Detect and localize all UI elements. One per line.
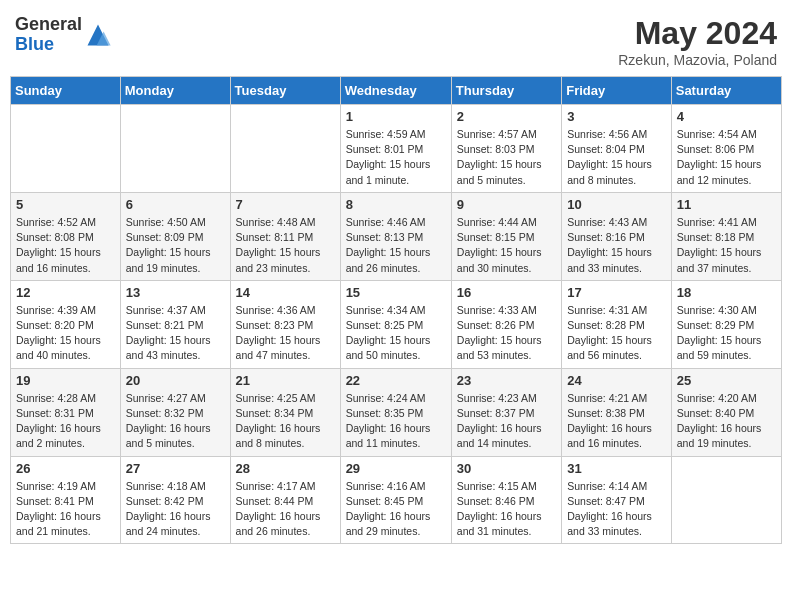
day-info: Sunrise: 4:27 AM Sunset: 8:32 PM Dayligh… <box>126 391 225 452</box>
calendar-table: SundayMondayTuesdayWednesdayThursdayFrid… <box>10 76 782 544</box>
day-number: 4 <box>677 109 776 124</box>
day-number: 29 <box>346 461 446 476</box>
day-info: Sunrise: 4:43 AM Sunset: 8:16 PM Dayligh… <box>567 215 666 276</box>
calendar-cell: 25Sunrise: 4:20 AM Sunset: 8:40 PM Dayli… <box>671 368 781 456</box>
day-number: 17 <box>567 285 666 300</box>
weekday-header-saturday: Saturday <box>671 77 781 105</box>
calendar-cell: 10Sunrise: 4:43 AM Sunset: 8:16 PM Dayli… <box>562 192 672 280</box>
weekday-header-thursday: Thursday <box>451 77 561 105</box>
logo-general-text: General <box>15 14 82 34</box>
day-info: Sunrise: 4:16 AM Sunset: 8:45 PM Dayligh… <box>346 479 446 540</box>
day-info: Sunrise: 4:46 AM Sunset: 8:13 PM Dayligh… <box>346 215 446 276</box>
main-title: May 2024 <box>618 15 777 52</box>
calendar-cell: 29Sunrise: 4:16 AM Sunset: 8:45 PM Dayli… <box>340 456 451 544</box>
page-header: General Blue May 2024 Rzekun, Mazovia, P… <box>10 10 782 68</box>
calendar-cell: 17Sunrise: 4:31 AM Sunset: 8:28 PM Dayli… <box>562 280 672 368</box>
day-number: 8 <box>346 197 446 212</box>
day-number: 30 <box>457 461 556 476</box>
calendar-cell: 21Sunrise: 4:25 AM Sunset: 8:34 PM Dayli… <box>230 368 340 456</box>
day-info: Sunrise: 4:14 AM Sunset: 8:47 PM Dayligh… <box>567 479 666 540</box>
day-info: Sunrise: 4:41 AM Sunset: 8:18 PM Dayligh… <box>677 215 776 276</box>
day-info: Sunrise: 4:54 AM Sunset: 8:06 PM Dayligh… <box>677 127 776 188</box>
weekday-header-tuesday: Tuesday <box>230 77 340 105</box>
day-number: 7 <box>236 197 335 212</box>
day-info: Sunrise: 4:19 AM Sunset: 8:41 PM Dayligh… <box>16 479 115 540</box>
calendar-cell: 1Sunrise: 4:59 AM Sunset: 8:01 PM Daylig… <box>340 105 451 193</box>
day-info: Sunrise: 4:52 AM Sunset: 8:08 PM Dayligh… <box>16 215 115 276</box>
calendar-cell: 9Sunrise: 4:44 AM Sunset: 8:15 PM Daylig… <box>451 192 561 280</box>
day-info: Sunrise: 4:15 AM Sunset: 8:46 PM Dayligh… <box>457 479 556 540</box>
calendar-cell <box>230 105 340 193</box>
calendar-cell: 30Sunrise: 4:15 AM Sunset: 8:46 PM Dayli… <box>451 456 561 544</box>
day-number: 10 <box>567 197 666 212</box>
day-number: 18 <box>677 285 776 300</box>
day-number: 2 <box>457 109 556 124</box>
calendar-cell: 11Sunrise: 4:41 AM Sunset: 8:18 PM Dayli… <box>671 192 781 280</box>
day-info: Sunrise: 4:24 AM Sunset: 8:35 PM Dayligh… <box>346 391 446 452</box>
calendar-cell: 5Sunrise: 4:52 AM Sunset: 8:08 PM Daylig… <box>11 192 121 280</box>
day-number: 12 <box>16 285 115 300</box>
calendar-week-row: 19Sunrise: 4:28 AM Sunset: 8:31 PM Dayli… <box>11 368 782 456</box>
day-info: Sunrise: 4:31 AM Sunset: 8:28 PM Dayligh… <box>567 303 666 364</box>
day-number: 25 <box>677 373 776 388</box>
day-number: 13 <box>126 285 225 300</box>
day-number: 1 <box>346 109 446 124</box>
calendar-cell: 19Sunrise: 4:28 AM Sunset: 8:31 PM Dayli… <box>11 368 121 456</box>
calendar-cell: 2Sunrise: 4:57 AM Sunset: 8:03 PM Daylig… <box>451 105 561 193</box>
calendar-week-row: 26Sunrise: 4:19 AM Sunset: 8:41 PM Dayli… <box>11 456 782 544</box>
calendar-cell <box>120 105 230 193</box>
day-number: 23 <box>457 373 556 388</box>
day-number: 5 <box>16 197 115 212</box>
weekday-header-wednesday: Wednesday <box>340 77 451 105</box>
calendar-cell: 12Sunrise: 4:39 AM Sunset: 8:20 PM Dayli… <box>11 280 121 368</box>
day-number: 26 <box>16 461 115 476</box>
calendar-cell: 8Sunrise: 4:46 AM Sunset: 8:13 PM Daylig… <box>340 192 451 280</box>
day-info: Sunrise: 4:36 AM Sunset: 8:23 PM Dayligh… <box>236 303 335 364</box>
day-number: 21 <box>236 373 335 388</box>
calendar-cell: 13Sunrise: 4:37 AM Sunset: 8:21 PM Dayli… <box>120 280 230 368</box>
day-number: 9 <box>457 197 556 212</box>
day-info: Sunrise: 4:50 AM Sunset: 8:09 PM Dayligh… <box>126 215 225 276</box>
day-info: Sunrise: 4:18 AM Sunset: 8:42 PM Dayligh… <box>126 479 225 540</box>
day-number: 28 <box>236 461 335 476</box>
day-info: Sunrise: 4:44 AM Sunset: 8:15 PM Dayligh… <box>457 215 556 276</box>
logo-blue-text: Blue <box>15 34 54 54</box>
title-block: May 2024 Rzekun, Mazovia, Poland <box>618 15 777 68</box>
calendar-cell: 28Sunrise: 4:17 AM Sunset: 8:44 PM Dayli… <box>230 456 340 544</box>
calendar-cell: 3Sunrise: 4:56 AM Sunset: 8:04 PM Daylig… <box>562 105 672 193</box>
day-number: 16 <box>457 285 556 300</box>
calendar-cell: 22Sunrise: 4:24 AM Sunset: 8:35 PM Dayli… <box>340 368 451 456</box>
day-number: 19 <box>16 373 115 388</box>
day-number: 24 <box>567 373 666 388</box>
calendar-week-row: 12Sunrise: 4:39 AM Sunset: 8:20 PM Dayli… <box>11 280 782 368</box>
day-info: Sunrise: 4:56 AM Sunset: 8:04 PM Dayligh… <box>567 127 666 188</box>
day-info: Sunrise: 4:39 AM Sunset: 8:20 PM Dayligh… <box>16 303 115 364</box>
day-info: Sunrise: 4:34 AM Sunset: 8:25 PM Dayligh… <box>346 303 446 364</box>
day-info: Sunrise: 4:37 AM Sunset: 8:21 PM Dayligh… <box>126 303 225 364</box>
day-number: 14 <box>236 285 335 300</box>
day-info: Sunrise: 4:30 AM Sunset: 8:29 PM Dayligh… <box>677 303 776 364</box>
day-info: Sunrise: 4:25 AM Sunset: 8:34 PM Dayligh… <box>236 391 335 452</box>
logo: General Blue <box>15 15 112 55</box>
calendar-week-row: 1Sunrise: 4:59 AM Sunset: 8:01 PM Daylig… <box>11 105 782 193</box>
calendar-cell: 24Sunrise: 4:21 AM Sunset: 8:38 PM Dayli… <box>562 368 672 456</box>
weekday-header-sunday: Sunday <box>11 77 121 105</box>
day-number: 22 <box>346 373 446 388</box>
calendar-cell: 23Sunrise: 4:23 AM Sunset: 8:37 PM Dayli… <box>451 368 561 456</box>
calendar-cell: 20Sunrise: 4:27 AM Sunset: 8:32 PM Dayli… <box>120 368 230 456</box>
weekday-header-row: SundayMondayTuesdayWednesdayThursdayFrid… <box>11 77 782 105</box>
day-number: 31 <box>567 461 666 476</box>
calendar-cell <box>11 105 121 193</box>
day-number: 3 <box>567 109 666 124</box>
day-number: 15 <box>346 285 446 300</box>
calendar-cell: 16Sunrise: 4:33 AM Sunset: 8:26 PM Dayli… <box>451 280 561 368</box>
calendar-cell: 31Sunrise: 4:14 AM Sunset: 8:47 PM Dayli… <box>562 456 672 544</box>
calendar-cell: 18Sunrise: 4:30 AM Sunset: 8:29 PM Dayli… <box>671 280 781 368</box>
calendar-cell <box>671 456 781 544</box>
day-info: Sunrise: 4:33 AM Sunset: 8:26 PM Dayligh… <box>457 303 556 364</box>
weekday-header-monday: Monday <box>120 77 230 105</box>
day-number: 20 <box>126 373 225 388</box>
day-number: 11 <box>677 197 776 212</box>
logo-icon <box>84 21 112 49</box>
calendar-cell: 7Sunrise: 4:48 AM Sunset: 8:11 PM Daylig… <box>230 192 340 280</box>
